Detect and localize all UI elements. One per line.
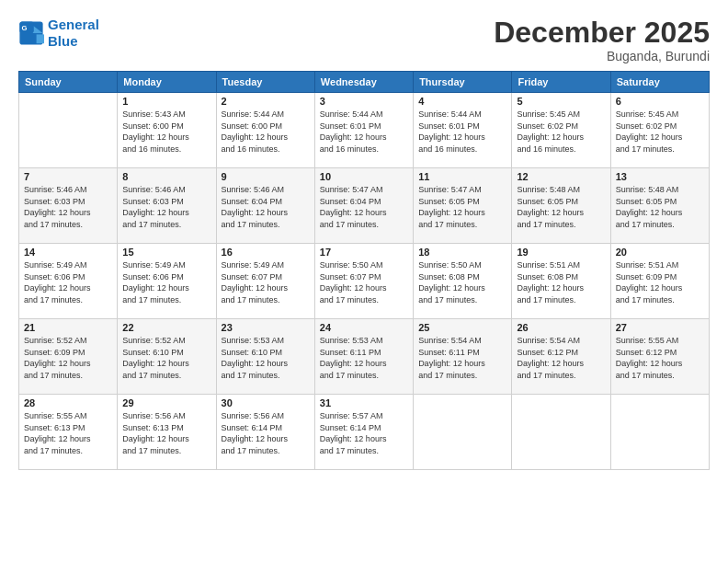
- table-row: [610, 395, 709, 470]
- day-number: 8: [122, 171, 210, 182]
- calendar-week-row: 7Sunrise: 5:46 AM Sunset: 6:03 PM Daylig…: [19, 168, 710, 244]
- day-info: Sunrise: 5:56 AM Sunset: 6:13 PM Dayligh…: [122, 410, 210, 456]
- table-row: 2Sunrise: 5:44 AM Sunset: 6:00 PM Daylig…: [216, 93, 314, 168]
- table-row: 31Sunrise: 5:57 AM Sunset: 6:14 PM Dayli…: [314, 395, 413, 470]
- day-info: Sunrise: 5:44 AM Sunset: 6:01 PM Dayligh…: [418, 109, 506, 155]
- day-number: 20: [616, 247, 704, 258]
- day-number: 3: [320, 96, 408, 107]
- table-row: 23Sunrise: 5:53 AM Sunset: 6:10 PM Dayli…: [216, 319, 314, 395]
- day-number: 25: [418, 322, 506, 333]
- table-row: 10Sunrise: 5:47 AM Sunset: 6:04 PM Dayli…: [314, 168, 413, 244]
- table-row: 8Sunrise: 5:46 AM Sunset: 6:03 PM Daylig…: [118, 168, 216, 244]
- day-number: 15: [122, 247, 210, 258]
- col-wednesday: Wednesday: [314, 72, 413, 93]
- table-row: 7Sunrise: 5:46 AM Sunset: 6:03 PM Daylig…: [19, 168, 118, 244]
- day-info: Sunrise: 5:53 AM Sunset: 6:11 PM Dayligh…: [320, 335, 408, 381]
- day-number: 4: [418, 96, 506, 107]
- day-number: 7: [24, 171, 112, 182]
- day-info: Sunrise: 5:57 AM Sunset: 6:14 PM Dayligh…: [320, 410, 408, 456]
- table-row: [19, 93, 118, 168]
- day-info: Sunrise: 5:52 AM Sunset: 6:09 PM Dayligh…: [24, 335, 112, 381]
- day-number: 16: [222, 247, 310, 258]
- svg-marker-4: [37, 34, 44, 43]
- day-number: 1: [122, 96, 210, 107]
- day-number: 6: [616, 96, 704, 107]
- logo-general: General: [48, 17, 99, 33]
- day-number: 19: [517, 247, 605, 258]
- table-row: 5Sunrise: 5:45 AM Sunset: 6:02 PM Daylig…: [512, 93, 610, 168]
- logo: G General Blue: [18, 17, 99, 50]
- calendar-week-row: 28Sunrise: 5:55 AM Sunset: 6:13 PM Dayli…: [19, 395, 710, 470]
- day-info: Sunrise: 5:47 AM Sunset: 6:05 PM Dayligh…: [418, 184, 506, 230]
- calendar-table: Sunday Monday Tuesday Wednesday Thursday…: [18, 71, 710, 470]
- day-number: 17: [320, 247, 408, 258]
- calendar-week-row: 14Sunrise: 5:49 AM Sunset: 6:06 PM Dayli…: [19, 244, 710, 319]
- calendar-header-row: Sunday Monday Tuesday Wednesday Thursday…: [19, 72, 710, 93]
- day-number: 11: [418, 171, 506, 182]
- table-row: 25Sunrise: 5:54 AM Sunset: 6:11 PM Dayli…: [414, 319, 512, 395]
- table-row: 4Sunrise: 5:44 AM Sunset: 6:01 PM Daylig…: [414, 93, 512, 168]
- day-info: Sunrise: 5:44 AM Sunset: 6:01 PM Dayligh…: [320, 109, 408, 155]
- day-info: Sunrise: 5:49 AM Sunset: 6:07 PM Dayligh…: [222, 259, 310, 305]
- day-info: Sunrise: 5:50 AM Sunset: 6:07 PM Dayligh…: [320, 259, 408, 305]
- col-friday: Friday: [512, 72, 610, 93]
- table-row: 22Sunrise: 5:52 AM Sunset: 6:10 PM Dayli…: [118, 319, 216, 395]
- day-number: 2: [222, 96, 310, 107]
- month-title: December 2025: [494, 17, 710, 49]
- table-row: 1Sunrise: 5:43 AM Sunset: 6:00 PM Daylig…: [118, 93, 216, 168]
- day-info: Sunrise: 5:48 AM Sunset: 6:05 PM Dayligh…: [517, 184, 605, 230]
- day-number: 28: [24, 397, 112, 408]
- table-row: 14Sunrise: 5:49 AM Sunset: 6:06 PM Dayli…: [19, 244, 118, 319]
- day-info: Sunrise: 5:54 AM Sunset: 6:11 PM Dayligh…: [418, 335, 506, 381]
- table-row: 30Sunrise: 5:56 AM Sunset: 6:14 PM Dayli…: [216, 395, 314, 470]
- day-info: Sunrise: 5:53 AM Sunset: 6:10 PM Dayligh…: [222, 335, 310, 381]
- day-info: Sunrise: 5:56 AM Sunset: 6:14 PM Dayligh…: [222, 410, 310, 456]
- day-info: Sunrise: 5:49 AM Sunset: 6:06 PM Dayligh…: [122, 259, 210, 305]
- table-row: 18Sunrise: 5:50 AM Sunset: 6:08 PM Dayli…: [414, 244, 512, 319]
- table-row: 24Sunrise: 5:53 AM Sunset: 6:11 PM Dayli…: [314, 319, 413, 395]
- table-row: 3Sunrise: 5:44 AM Sunset: 6:01 PM Daylig…: [314, 93, 413, 168]
- col-saturday: Saturday: [610, 72, 709, 93]
- day-number: 30: [222, 397, 310, 408]
- day-number: 23: [222, 322, 310, 333]
- table-row: 16Sunrise: 5:49 AM Sunset: 6:07 PM Dayli…: [216, 244, 314, 319]
- day-info: Sunrise: 5:44 AM Sunset: 6:00 PM Dayligh…: [222, 109, 310, 155]
- table-row: 17Sunrise: 5:50 AM Sunset: 6:07 PM Dayli…: [314, 244, 413, 319]
- day-info: Sunrise: 5:48 AM Sunset: 6:05 PM Dayligh…: [616, 184, 704, 230]
- day-info: Sunrise: 5:47 AM Sunset: 6:04 PM Dayligh…: [320, 184, 408, 230]
- day-number: 13: [616, 171, 704, 182]
- day-info: Sunrise: 5:52 AM Sunset: 6:10 PM Dayligh…: [122, 335, 210, 381]
- table-row: 11Sunrise: 5:47 AM Sunset: 6:05 PM Dayli…: [414, 168, 512, 244]
- day-number: 12: [517, 171, 605, 182]
- day-info: Sunrise: 5:46 AM Sunset: 6:03 PM Dayligh…: [122, 184, 210, 230]
- day-number: 9: [222, 171, 310, 182]
- day-number: 18: [418, 247, 506, 258]
- day-number: 10: [320, 171, 408, 182]
- day-number: 14: [24, 247, 112, 258]
- svg-text:G: G: [22, 24, 28, 32]
- page: G General Blue December 2025 Buganda, Bu…: [0, 0, 728, 563]
- col-thursday: Thursday: [414, 72, 512, 93]
- logo-blue: Blue: [48, 33, 99, 50]
- col-sunday: Sunday: [19, 72, 118, 93]
- table-row: 28Sunrise: 5:55 AM Sunset: 6:13 PM Dayli…: [19, 395, 118, 470]
- day-number: 29: [122, 397, 210, 408]
- table-row: 20Sunrise: 5:51 AM Sunset: 6:09 PM Dayli…: [610, 244, 709, 319]
- table-row: 26Sunrise: 5:54 AM Sunset: 6:12 PM Dayli…: [512, 319, 610, 395]
- table-row: 15Sunrise: 5:49 AM Sunset: 6:06 PM Dayli…: [118, 244, 216, 319]
- col-monday: Monday: [118, 72, 216, 93]
- table-row: 29Sunrise: 5:56 AM Sunset: 6:13 PM Dayli…: [118, 395, 216, 470]
- logo-icon: G: [18, 20, 44, 46]
- table-row: [414, 395, 512, 470]
- table-row: 6Sunrise: 5:45 AM Sunset: 6:02 PM Daylig…: [610, 93, 709, 168]
- day-info: Sunrise: 5:55 AM Sunset: 6:13 PM Dayligh…: [24, 410, 112, 456]
- day-info: Sunrise: 5:49 AM Sunset: 6:06 PM Dayligh…: [24, 259, 112, 305]
- day-number: 21: [24, 322, 112, 333]
- day-number: 31: [320, 397, 408, 408]
- day-number: 22: [122, 322, 210, 333]
- table-row: 9Sunrise: 5:46 AM Sunset: 6:04 PM Daylig…: [216, 168, 314, 244]
- table-row: 13Sunrise: 5:48 AM Sunset: 6:05 PM Dayli…: [610, 168, 709, 244]
- title-block: December 2025 Buganda, Burundi: [494, 17, 710, 63]
- day-number: 5: [517, 96, 605, 107]
- day-number: 27: [616, 322, 704, 333]
